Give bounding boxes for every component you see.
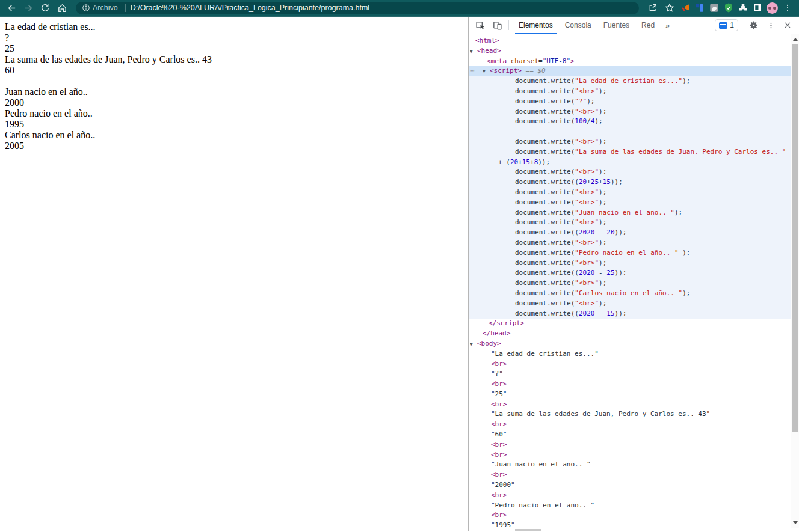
- expand-arrow-icon[interactable]: ▼: [470, 47, 473, 57]
- dom-tree-row[interactable]: <br>: [469, 379, 791, 390]
- dom-tree-row[interactable]: "Pedro nacio en el año.. ": [469, 501, 791, 511]
- dom-tree-row[interactable]: document.write(100/4);: [469, 117, 791, 127]
- horizontal-scrollbar[interactable]: [469, 528, 791, 531]
- page-text-line: 1995: [5, 119, 463, 130]
- inspect-icon[interactable]: [472, 17, 488, 33]
- scroll-up-icon[interactable]: [791, 34, 799, 43]
- devtools-tabs: Elementos Consola Fuentes Red »: [513, 17, 714, 34]
- dom-tree-row[interactable]: document.write("<br>");: [469, 299, 791, 309]
- bookmark-star-icon[interactable]: [662, 1, 677, 15]
- side-panel-icon[interactable]: [751, 1, 764, 14]
- page-text-line: [5, 76, 463, 87]
- address-bar[interactable]: Archivo D:/Oracle%20-%20ALURA/Practica_L…: [76, 2, 639, 14]
- extension-adguard-icon[interactable]: [722, 1, 735, 14]
- close-devtools-icon[interactable]: [780, 17, 795, 33]
- dom-tree-row[interactable]: <br>: [469, 400, 791, 410]
- more-tabs-icon[interactable]: »: [661, 17, 674, 34]
- dom-tree-row[interactable]: document.write("<br>");: [469, 278, 791, 289]
- elements-panel-body: <html>▼<head><meta charset="UTF-8">⋯▼<sc…: [469, 34, 799, 531]
- expand-arrow-icon[interactable]: ▼: [483, 67, 486, 77]
- devtools-toolbar: Elementos Consola Fuentes Red » 1: [469, 17, 799, 34]
- tab-sources[interactable]: Fuentes: [597, 17, 635, 34]
- address-divider: [125, 4, 126, 12]
- dom-tree-row[interactable]: document.write("<br>");: [469, 198, 791, 208]
- dom-tree-row[interactable]: <br>: [469, 470, 791, 480]
- dom-tree-row[interactable]: document.write("Pedro nacio en el año.. …: [469, 248, 791, 258]
- dom-tree-row[interactable]: <br>: [469, 510, 791, 521]
- dom-tree-row[interactable]: document.write("<br>");: [469, 167, 791, 177]
- dom-tree-row[interactable]: "2000": [469, 480, 791, 491]
- dom-tree-row[interactable]: <br>: [469, 420, 791, 430]
- dom-tree-row[interactable]: "60": [469, 430, 791, 440]
- browser-menu-icon[interactable]: [780, 1, 795, 15]
- dom-tree-row[interactable]: document.write((2020 - 20));: [469, 228, 791, 238]
- dom-tree-row[interactable]: ▼<head>: [469, 46, 791, 57]
- dom-tree-row[interactable]: document.write("<br>");: [469, 238, 791, 248]
- page-text-line: ?: [5, 32, 463, 43]
- dom-tree-row[interactable]: document.write("La edad de cristian es..…: [469, 76, 791, 87]
- extension-megaphone-icon[interactable]: [679, 1, 692, 14]
- dom-tree-row[interactable]: <br>: [469, 359, 791, 370]
- dom-tree-row[interactable]: document.write((20+25+15));: [469, 177, 791, 188]
- dom-tree-row[interactable]: <html>: [469, 36, 791, 46]
- forward-icon[interactable]: [20, 1, 36, 15]
- dom-tree-row[interactable]: <br>: [469, 491, 791, 501]
- dom-tree-row[interactable]: "25": [469, 390, 791, 400]
- dom-tree-row[interactable]: document.write("<br>");: [469, 87, 791, 97]
- profile-avatar[interactable]: [765, 1, 779, 14]
- scroll-down-icon[interactable]: [791, 519, 799, 528]
- dom-tree-row[interactable]: document.write("<br>");: [469, 188, 791, 198]
- url-text[interactable]: D:/Oracle%20-%20ALURA/Practica_Logica_Pr…: [131, 4, 369, 12]
- page-text-line: La suma de las edades de Juan, Pedro y C…: [5, 54, 463, 65]
- dom-tree-row[interactable]: document.write((2020 - 25));: [469, 268, 791, 278]
- site-info-icon[interactable]: [82, 4, 90, 12]
- dom-tree-row[interactable]: + (20+15+8));: [469, 157, 791, 168]
- dom-tree-row[interactable]: "Juan nacio en el año.. ": [469, 460, 791, 470]
- dom-tree-row[interactable]: document.write("Juan nacio en el año.. "…: [469, 208, 791, 218]
- file-scheme-label: Archivo: [93, 4, 118, 12]
- page-text-line: 2005: [5, 141, 463, 151]
- tab-console[interactable]: Consola: [559, 17, 597, 34]
- tab-elements[interactable]: Elementos: [513, 17, 559, 34]
- device-toolbar-icon[interactable]: [489, 17, 505, 33]
- dom-tree-row[interactable]: [469, 127, 791, 137]
- back-icon[interactable]: [4, 1, 19, 15]
- dom-tree-row[interactable]: ⋯▼<script> == $0: [469, 66, 791, 76]
- dom-tree-row[interactable]: </script>: [469, 319, 791, 329]
- dom-tree-row[interactable]: "La suma de las edades de Juan, Pedro y …: [469, 409, 791, 420]
- dom-tree-row[interactable]: <br>: [469, 450, 791, 460]
- home-icon[interactable]: [54, 1, 70, 15]
- dom-tree-row[interactable]: <meta charset="UTF-8">: [469, 57, 791, 67]
- dom-tree-row[interactable]: document.write("<br>");: [469, 218, 791, 228]
- extension-blue-blocks-icon[interactable]: [693, 1, 706, 14]
- dom-tree-row[interactable]: <br>: [469, 440, 791, 450]
- extensions-puzzle-icon[interactable]: [736, 1, 750, 14]
- reload-icon[interactable]: [37, 1, 53, 15]
- dom-tree-row[interactable]: document.write("Carlos nacio en el año..…: [469, 289, 791, 299]
- dom-tree-row[interactable]: ▼<body>: [469, 339, 791, 349]
- dom-tree-row[interactable]: document.write("?");: [469, 97, 791, 107]
- dom-tree-row[interactable]: "La edad de cristian es...": [469, 349, 791, 359]
- tab-network[interactable]: Red: [635, 17, 661, 34]
- dom-tree-row[interactable]: document.write("La suma de las edades de…: [469, 147, 791, 157]
- issues-counter[interactable]: 1: [715, 19, 738, 31]
- page-content: La edad de cristian es...?25La suma de l…: [0, 17, 468, 531]
- vertical-scrollbar-thumb[interactable]: [792, 44, 798, 432]
- page-text-line: La edad de cristian es...: [5, 22, 463, 32]
- dom-tree-row[interactable]: document.write("<br>");: [469, 107, 791, 117]
- devtools-menu-icon[interactable]: [763, 17, 779, 33]
- settings-gear-icon[interactable]: [746, 17, 762, 33]
- browser-toolbar: Archivo D:/Oracle%20-%20ALURA/Practica_L…: [0, 0, 799, 17]
- node-options-dots[interactable]: ⋯: [470, 66, 475, 76]
- horizontal-scrollbar-thumb[interactable]: [515, 529, 541, 531]
- vertical-scrollbar[interactable]: [791, 34, 799, 528]
- dom-tree-row[interactable]: document.write("<br>");: [469, 258, 791, 269]
- dom-tree-row[interactable]: document.write("<br>");: [469, 137, 791, 147]
- extension-capture-icon[interactable]: [708, 1, 721, 14]
- dom-tree-row[interactable]: document.write((2020 - 15));: [469, 309, 791, 319]
- dom-tree-row[interactable]: "1995": [469, 521, 791, 528]
- expand-arrow-icon[interactable]: ▼: [470, 340, 473, 350]
- dom-tree-row[interactable]: "?": [469, 369, 791, 379]
- dom-tree-row[interactable]: </head>: [469, 329, 791, 339]
- share-icon[interactable]: [645, 1, 661, 15]
